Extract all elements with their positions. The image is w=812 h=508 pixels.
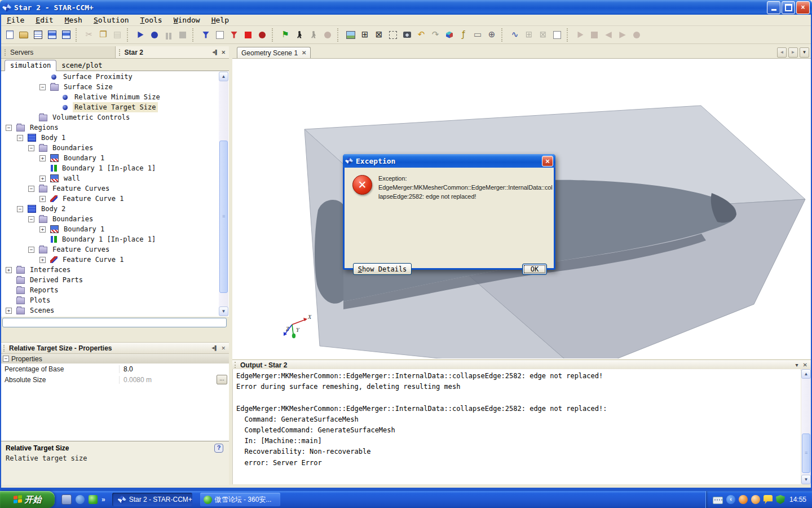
tree-item-surface-size[interactable]: −Surface Size — [1, 82, 229, 92]
quicklaunch-desktop-icon[interactable] — [61, 494, 72, 505]
close-panel-icon[interactable]: ✕ — [221, 345, 226, 351]
collapse-icon[interactable]: − — [3, 356, 9, 362]
tree-item-feature-curves[interactable]: −Feature Curves — [1, 244, 229, 255]
rubberband-select-icon[interactable] — [387, 29, 399, 41]
scroll-down-icon[interactable]: ▼ — [219, 306, 228, 316]
expand-icon[interactable]: + — [39, 257, 46, 263]
tab-simulation[interactable]: simulation — [5, 60, 56, 71]
collapse-icon[interactable]: − — [28, 216, 34, 222]
tray-collapse-icon[interactable]: ‹ — [726, 495, 735, 504]
ruler-icon[interactable]: ▭ — [471, 29, 484, 41]
field-function-icon[interactable]: ƒ — [457, 29, 470, 41]
menu-help[interactable]: Help — [206, 16, 235, 24]
collapse-icon[interactable]: − — [28, 186, 34, 192]
tree-scrollbar[interactable]: ▲ ▼ — [219, 72, 228, 316]
quicklaunch-expand-icon[interactable]: » — [102, 496, 105, 503]
tree-item-interfaces[interactable]: +Interfaces — [1, 265, 229, 275]
tree-item-surface-proximity[interactable]: Surface Proximity — [1, 72, 229, 82]
output-console[interactable]: EdgeMerger:MKMesherCommon::EdgeMerger::I… — [232, 369, 801, 484]
save-all-icon[interactable] — [60, 29, 72, 41]
tree-item-boundary-1[interactable]: +Boundary 1 — [1, 224, 229, 234]
globe-icon[interactable]: ⊕ — [486, 29, 498, 41]
expand-icon[interactable]: + — [6, 267, 12, 273]
show-details-button[interactable]: Show Details — [353, 263, 412, 275]
tab-geometry-scene-1[interactable]: Geometry Scene 1 ✕ — [237, 47, 311, 58]
scrollbar-thumb[interactable] — [802, 433, 810, 473]
save-icon[interactable] — [46, 29, 58, 41]
dialog-title-bar[interactable]: Exception × — [343, 154, 555, 168]
tree-item-boundaries[interactable]: −Boundaries — [1, 143, 229, 153]
load-simulation-icon[interactable] — [17, 29, 30, 41]
minimize-button[interactable] — [767, 1, 780, 14]
tree-item-plots[interactable]: Plots — [1, 295, 229, 305]
walk-person-icon[interactable] — [293, 29, 306, 41]
close-tab-icon[interactable]: ✕ — [302, 50, 306, 56]
snapshot-camera-icon[interactable] — [401, 29, 413, 41]
close-panel-icon[interactable]: ✕ — [803, 362, 807, 368]
menu-window[interactable]: Window — [168, 16, 206, 24]
cube-3d-icon[interactable] — [443, 29, 456, 41]
tray-users-icon[interactable] — [739, 495, 748, 504]
new-simulation-icon[interactable] — [3, 29, 16, 41]
tab-scroll-left-icon[interactable]: ◄ — [777, 47, 787, 58]
tree-item-reports[interactable]: Reports — [1, 285, 229, 295]
keyboard-layout-icon[interactable] — [713, 497, 723, 504]
collapse-icon[interactable]: − — [17, 135, 23, 141]
tab-scene-plot[interactable]: scene/plot — [56, 60, 107, 71]
tray-shield-icon[interactable] — [776, 495, 785, 504]
fit-view-icon[interactable]: ⊞ — [359, 29, 371, 41]
tray-user-icon[interactable] — [751, 495, 760, 504]
taskbar-task-starccm[interactable]: Star 2 - STAR-CCM+ — [112, 493, 192, 506]
menu-mesh[interactable]: Mesh — [59, 16, 88, 24]
clip-plane-icon[interactable]: ⊠ — [373, 29, 385, 41]
tree-filter-input[interactable] — [2, 318, 227, 327]
close-panel-icon[interactable]: ✕ — [221, 50, 226, 55]
collapse-icon[interactable]: − — [17, 206, 23, 212]
step-icon[interactable] — [134, 29, 147, 41]
start-button[interactable]: 开始 — [0, 491, 55, 508]
collapse-icon[interactable]: − — [28, 247, 34, 253]
clear-solution-icon[interactable] — [214, 29, 226, 41]
menu-edit[interactable]: Edit — [30, 16, 59, 24]
collapse-icon[interactable]: − — [6, 125, 12, 131]
tree-item-wall[interactable]: +wall — [1, 173, 229, 183]
tree-item-boundary-1-in-place-1-[interactable]: Boundary 1 [In-place 1] — [1, 234, 229, 244]
tree-item-derived-parts[interactable]: Derived Parts — [1, 275, 229, 285]
tree-item-boundary-1[interactable]: +Boundary 1 — [1, 153, 229, 163]
expand-icon[interactable]: + — [39, 196, 46, 202]
copy-icon[interactable]: ❐ — [97, 29, 109, 41]
collapse-icon[interactable]: − — [39, 84, 46, 90]
scroll-up-icon[interactable]: ▲ — [219, 72, 228, 81]
expand-icon[interactable]: + — [39, 155, 46, 161]
green-flag-icon[interactable]: ⚑ — [279, 29, 292, 41]
tree-item-regions[interactable]: −Regions — [1, 122, 229, 133]
quicklaunch-browser-icon[interactable] — [76, 495, 85, 504]
clear-mesh-icon[interactable] — [242, 29, 254, 41]
properties-section-bar[interactable]: − Properties — [1, 354, 229, 364]
tree-item-relative-minimum-size[interactable]: Relative Minimum Size — [1, 92, 229, 102]
dialog-close-icon[interactable]: × — [542, 156, 553, 167]
plot-chart-icon[interactable]: ∿ — [509, 29, 521, 41]
close-button[interactable]: × — [796, 1, 810, 14]
output-scrollbar[interactable]: ▲ ▼ — [801, 369, 811, 484]
tab-servers[interactable]: Servers — [1, 46, 115, 58]
menu-solution[interactable]: Solution — [88, 16, 135, 24]
scroll-up-icon[interactable]: ▲ — [801, 369, 811, 379]
restore-button[interactable] — [782, 1, 795, 14]
run-icon[interactable] — [148, 29, 161, 41]
scene-image-icon[interactable] — [345, 29, 357, 41]
minimize-panel-icon[interactable]: ▾ — [796, 362, 798, 368]
tree-item-feature-curves[interactable]: −Feature Curves — [1, 183, 229, 194]
tray-chat-icon[interactable] — [764, 495, 773, 504]
tree-item-feature-curve-1[interactable]: +Feature Curve 1 — [1, 255, 229, 265]
help-icon[interactable]: ? — [214, 444, 223, 453]
tree-item-scenes[interactable]: +Scenes — [1, 305, 229, 316]
tree-item-body-1[interactable]: −Body 1 — [1, 133, 229, 143]
tree-item-volumetric-controls[interactable]: Volumetric Controls — [1, 112, 229, 122]
generate-volume-mesh-icon[interactable] — [256, 29, 268, 41]
tree-item-boundaries[interactable]: −Boundaries — [1, 214, 229, 224]
ellipsis-button[interactable]: ... — [217, 375, 227, 384]
quicklaunch-360-icon[interactable] — [89, 495, 98, 504]
ok-button[interactable]: OK — [522, 264, 547, 275]
tab-list-dropdown-icon[interactable]: ▼ — [800, 47, 809, 58]
